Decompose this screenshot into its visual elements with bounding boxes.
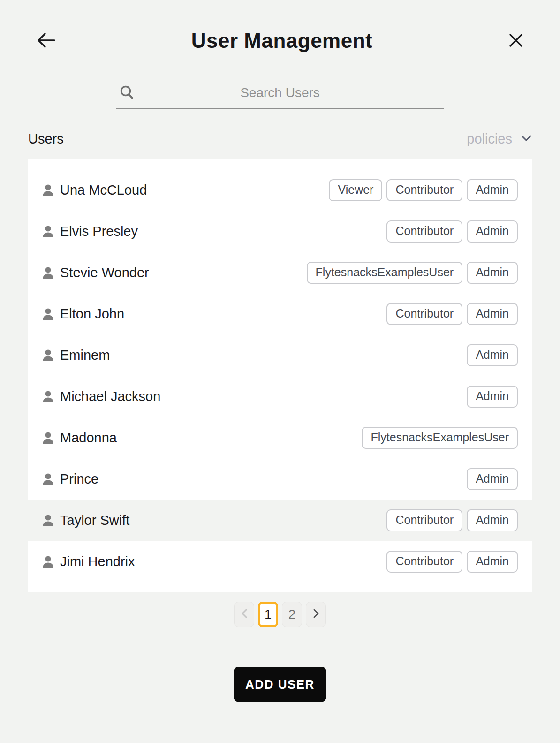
users-label: Users — [28, 131, 64, 147]
person-icon — [42, 390, 54, 403]
person-icon — [42, 514, 54, 527]
role-chip[interactable]: Admin — [467, 386, 518, 408]
pagination-pages: 12 — [258, 602, 302, 627]
user-row[interactable]: Jimi Hendrix ContributorAdmin — [28, 541, 532, 582]
person-icon — [42, 555, 54, 568]
role-chip[interactable]: Admin — [467, 303, 518, 325]
back-arrow-icon — [37, 32, 55, 50]
role-chip[interactable]: Admin — [467, 509, 518, 531]
user-name: Elton John — [60, 306, 124, 322]
role-chips: FlytesnacksExamplesUserAdmin — [307, 262, 518, 284]
user-name: Eminem — [60, 348, 110, 363]
chevron-left-icon — [241, 607, 248, 622]
search-icon — [119, 84, 136, 103]
person-icon — [42, 432, 54, 444]
role-chip[interactable]: Contributor — [386, 509, 462, 531]
role-chips: ContributorAdmin — [386, 509, 518, 531]
role-chip[interactable]: Contributor — [386, 303, 462, 325]
role-chip[interactable]: Admin — [467, 468, 518, 490]
pagination: 12 — [0, 602, 560, 627]
person-icon — [42, 308, 54, 320]
role-chip[interactable]: Viewer — [329, 179, 382, 201]
pagination-page-2[interactable]: 2 — [282, 602, 302, 627]
search-input[interactable] — [116, 83, 444, 105]
role-chip[interactable]: Admin — [467, 551, 518, 573]
person-icon — [42, 473, 54, 485]
user-row[interactable]: Elvis Presley ContributorAdmin — [28, 211, 532, 252]
user-row[interactable]: Una McCLoud ViewerContributorAdmin — [28, 169, 532, 211]
page-title: User Management — [55, 29, 508, 53]
role-chips: ViewerContributorAdmin — [329, 179, 518, 201]
role-chips: Admin — [467, 344, 518, 366]
person-icon — [42, 184, 54, 197]
role-chips: ContributorAdmin — [386, 303, 518, 325]
search-bar — [116, 83, 444, 109]
chevron-right-icon — [312, 607, 320, 622]
user-name: Stevie Wonder — [60, 265, 149, 281]
role-chip[interactable]: Contributor — [386, 220, 462, 243]
role-chips: Admin — [467, 386, 518, 408]
user-row[interactable]: Eminem Admin — [28, 334, 532, 376]
close-icon — [508, 33, 523, 49]
user-name: Madonna — [60, 430, 117, 446]
role-chips: ContributorAdmin — [386, 551, 518, 573]
header: User Management — [0, 0, 560, 53]
add-user-button[interactable]: ADD USER — [234, 667, 326, 702]
user-row[interactable]: Prince Admin — [28, 458, 532, 500]
user-row[interactable]: Michael Jackson Admin — [28, 376, 532, 417]
role-chips: ContributorAdmin — [386, 220, 518, 243]
user-list: Una McCLoud ViewerContributorAdmin Elvis… — [28, 159, 532, 592]
back-button[interactable] — [37, 32, 55, 50]
role-chip[interactable]: Admin — [467, 262, 518, 284]
pagination-next-button[interactable] — [306, 602, 326, 627]
user-row[interactable]: Taylor Swift ContributorAdmin — [28, 500, 532, 541]
user-name: Elvis Presley — [60, 224, 138, 239]
role-chip[interactable]: FlytesnacksExamplesUser — [362, 427, 518, 449]
list-header: Users policies — [28, 131, 532, 147]
user-row[interactable]: Madonna FlytesnacksExamplesUser — [28, 417, 532, 458]
chevron-down-icon — [521, 135, 532, 144]
role-chip[interactable]: Contributor — [386, 179, 462, 201]
user-row[interactable]: Stevie Wonder FlytesnacksExamplesUserAdm… — [28, 252, 532, 293]
role-chip[interactable]: Admin — [467, 179, 518, 201]
close-button[interactable] — [508, 33, 523, 49]
user-name: Jimi Hendrix — [60, 554, 135, 569]
user-name: Una McCLoud — [60, 182, 147, 198]
user-name: Michael Jackson — [60, 389, 160, 404]
role-chip[interactable]: FlytesnacksExamplesUser — [307, 262, 463, 284]
role-chip[interactable]: Admin — [467, 344, 518, 366]
role-chip[interactable]: Admin — [467, 220, 518, 243]
role-chips: FlytesnacksExamplesUser — [362, 427, 518, 449]
user-name: Prince — [60, 471, 98, 487]
person-icon — [42, 266, 54, 279]
person-icon — [42, 225, 54, 238]
policies-dropdown-label: policies — [467, 131, 512, 147]
user-row[interactable]: Elton John ContributorAdmin — [28, 293, 532, 334]
pagination-page-1[interactable]: 1 — [258, 602, 278, 627]
role-chip[interactable]: Contributor — [386, 551, 462, 573]
policies-dropdown[interactable]: policies — [467, 131, 532, 147]
role-chips: Admin — [467, 468, 518, 490]
pagination-prev-button[interactable] — [234, 602, 254, 627]
person-icon — [42, 349, 54, 362]
user-name: Taylor Swift — [60, 513, 129, 528]
